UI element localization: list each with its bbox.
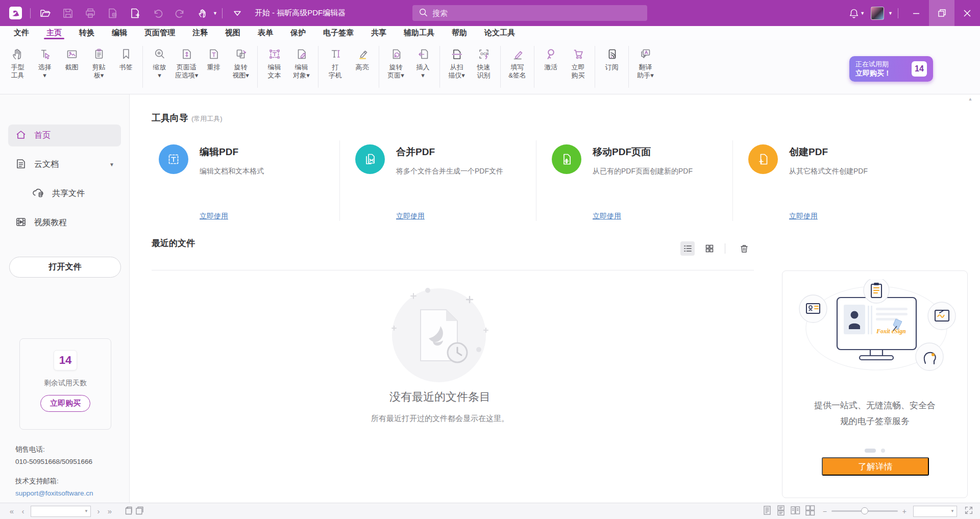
translate-icon	[638, 45, 653, 63]
fullscreen-icon[interactable]	[964, 505, 974, 517]
toolbar-button-snapshot[interactable]: 截图	[58, 44, 85, 71]
zoom-slider[interactable]	[831, 510, 898, 512]
page-number-input[interactable]	[31, 506, 84, 516]
toolbar-button-reflow[interactable]: 重排	[200, 44, 227, 71]
new-document-icon[interactable]	[125, 3, 145, 23]
zoom-in-button[interactable]: +	[902, 507, 906, 515]
single-page-view-icon[interactable]	[763, 505, 772, 518]
toolbar-button-quick-ocr[interactable]: OCR快速识别	[470, 44, 497, 80]
sidebar-item-home[interactable]: 首页	[8, 125, 121, 146]
menu-tab-13[interactable]: 论文工具	[476, 26, 524, 40]
menu-tab-7[interactable]: 表单	[249, 26, 282, 40]
toolbar-button-from-scanner[interactable]: 从扫描仪▾	[443, 44, 470, 80]
use-now-link[interactable]: 立即使用	[789, 212, 818, 221]
user-avatar[interactable]	[871, 7, 884, 20]
export-doc-icon[interactable]	[103, 3, 123, 23]
hand-quick-caret-icon[interactable]: ▼	[213, 11, 217, 16]
snapshot-from-clipboard-icon[interactable]	[122, 506, 134, 517]
ribbon-toggle-icon[interactable]	[227, 3, 248, 23]
redo-icon[interactable]	[170, 3, 190, 23]
open-file-icon[interactable]	[35, 3, 56, 23]
menu-tab-4[interactable]: 页面管理	[136, 26, 184, 40]
toolbar-button-activate[interactable]: 激活	[537, 44, 565, 71]
toolbar-button-clipboard[interactable]: 剪贴板▾	[85, 44, 112, 80]
menu-tab-12[interactable]: 帮助	[443, 26, 476, 40]
open-file-button[interactable]: 打开文件	[9, 257, 121, 278]
sidebar-item-shared-files[interactable]: 共享文件	[8, 183, 121, 205]
first-page-button[interactable]: «	[6, 507, 17, 515]
toolbar-button-hand-tool[interactable]: 手型工具	[4, 44, 31, 80]
zoom-combo-caret-icon[interactable]: ▼	[950, 509, 957, 513]
print-icon[interactable]	[80, 3, 101, 23]
toolbar-button-typewriter[interactable]: 打字机	[322, 44, 349, 80]
sidebar-item-video-tutorials[interactable]: 视频教程	[8, 212, 121, 234]
menu-tab-0[interactable]: 文件	[5, 26, 38, 40]
next-page-button[interactable]: ›	[93, 507, 104, 515]
clear-recent-trash-button[interactable]	[737, 241, 751, 256]
toolbar-button-edit-object[interactable]: 编辑对象▾	[288, 44, 315, 80]
menu-tab-8[interactable]: 保护	[282, 26, 314, 40]
trial-badge-button[interactable]: 正在试用期 立即购买！ 14	[849, 56, 933, 82]
zoom-out-button[interactable]: −	[823, 507, 827, 515]
menu-tab-11[interactable]: 辅助工具	[395, 26, 443, 40]
scrollbar-up-arrow[interactable]: ▲	[967, 95, 974, 103]
continuous-view-icon[interactable]	[776, 505, 786, 518]
toolbar-button-translate[interactable]: 翻译助手▾	[632, 44, 659, 80]
menu-tab-3[interactable]: 编辑	[103, 26, 136, 40]
facing-continuous-view-icon[interactable]	[805, 505, 815, 518]
recent-section-divider	[152, 270, 754, 270]
page-number-combo[interactable]: ▼	[31, 506, 91, 517]
toolbar-button-buy-now[interactable]: 立即购买	[565, 44, 592, 80]
toolbar-button-label: 从扫	[450, 63, 463, 71]
support-email-link[interactable]: support@foxitsoftware.cn	[15, 487, 93, 500]
chevron-down-icon[interactable]: ▼	[109, 162, 114, 167]
menu-tab-6[interactable]: 视图	[216, 26, 249, 40]
carousel-dot[interactable]	[865, 449, 876, 453]
toolbar-button-rotate-view[interactable]: 旋转视图▾	[227, 44, 254, 80]
zoom-slider-handle[interactable]	[861, 507, 868, 514]
menu-tab-2[interactable]: 转换	[70, 26, 103, 40]
menu-tab-10[interactable]: 共享	[362, 26, 395, 40]
facing-view-icon[interactable]	[790, 505, 800, 518]
toolbar-button-rotate-page[interactable]: 旋转页面▾	[382, 44, 409, 80]
toolbar-button-subscribe[interactable]: 订阅	[598, 44, 625, 71]
toolbar-button-highlight[interactable]: 高亮	[349, 44, 376, 71]
toolbar-button-select[interactable]: 选择▾	[31, 44, 58, 80]
learn-more-button[interactable]: 了解详情	[822, 457, 929, 476]
restore-button[interactable]	[929, 0, 954, 26]
list-view-button[interactable]	[680, 241, 695, 256]
carousel-dot[interactable]	[881, 449, 885, 453]
grid-view-button[interactable]	[702, 241, 717, 256]
hand-quick-icon[interactable]	[192, 3, 213, 23]
buy-now-button[interactable]: 立即购买	[40, 395, 90, 412]
zoom-level-input[interactable]	[914, 506, 950, 516]
last-page-button[interactable]: »	[104, 507, 115, 515]
prev-page-button[interactable]: ‹	[17, 507, 29, 515]
account-caret-icon[interactable]: ▼	[888, 11, 893, 16]
trial-badge-line2: 立即购买！	[855, 69, 912, 78]
menu-tab-9[interactable]: 电子签章	[314, 26, 362, 40]
use-now-link[interactable]: 立即使用	[593, 212, 621, 221]
toolbar-button-insert[interactable]: 插入▾	[409, 44, 436, 80]
toolbar-button-page-fit[interactable]: 页面适应选项▾	[173, 44, 200, 80]
menu-tab-1[interactable]: 主页	[38, 26, 70, 40]
use-now-link[interactable]: 立即使用	[396, 212, 425, 221]
save-icon[interactable]	[58, 3, 78, 23]
toolbar-button-zoom[interactable]: 缩放▾	[146, 44, 173, 80]
use-now-link[interactable]: 立即使用	[200, 212, 228, 221]
minimize-button[interactable]	[903, 0, 929, 26]
toolbar-button-fill-sign[interactable]: 填写&签名	[504, 44, 531, 80]
zoom-level-combo[interactable]: ▼	[913, 506, 957, 517]
toolbar-button-bookmark[interactable]: 书签	[112, 44, 139, 71]
sidebar-item-cloud-docs[interactable]: 云文档 ▼	[8, 154, 121, 176]
menu-tab-5[interactable]: 注释	[184, 26, 216, 40]
close-button[interactable]	[954, 0, 980, 26]
snapshot-icon[interactable]	[134, 506, 145, 517]
undo-icon[interactable]	[148, 3, 168, 23]
toolbar-button-edit-text[interactable]: 编辑文本	[261, 44, 288, 80]
search-box[interactable]	[412, 5, 647, 21]
search-input[interactable]	[432, 9, 641, 17]
notification-caret-icon[interactable]: ▼	[860, 11, 865, 16]
page-combo-caret-icon[interactable]: ▼	[84, 509, 90, 513]
video-tutorial-icon	[15, 216, 27, 230]
